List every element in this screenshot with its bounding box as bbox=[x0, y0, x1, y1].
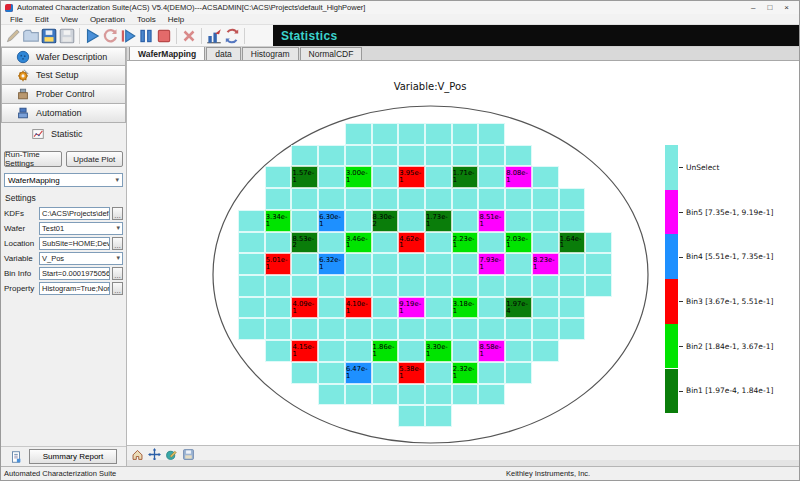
wafer-cell[interactable] bbox=[345, 188, 372, 210]
run-time-settings-button[interactable]: Run-Time Settings bbox=[4, 151, 62, 167]
wafer-cell[interactable] bbox=[425, 145, 452, 167]
sidebar-item-automation[interactable]: Automation bbox=[1, 104, 126, 123]
wafer-cell[interactable]: 3.46e-1 bbox=[345, 232, 372, 254]
wafer-cell[interactable] bbox=[505, 275, 532, 297]
wafer-cell[interactable] bbox=[585, 232, 612, 254]
menu-item-operation[interactable]: Operation bbox=[84, 15, 131, 24]
loop-run-icon[interactable] bbox=[101, 27, 119, 45]
stop-icon[interactable] bbox=[155, 27, 173, 45]
menu-item-tools[interactable]: Tools bbox=[131, 15, 162, 24]
wafer-cell[interactable]: 4.10e-1 bbox=[345, 297, 372, 319]
pencil-icon[interactable] bbox=[4, 27, 22, 45]
wafer-cell[interactable] bbox=[318, 232, 345, 254]
wafer-cell[interactable] bbox=[505, 340, 532, 362]
wafer-cell[interactable]: 3.30e-1 bbox=[425, 340, 452, 362]
wafer-cell[interactable]: 2.03e-1 bbox=[505, 232, 532, 254]
wafer-cell[interactable] bbox=[238, 318, 265, 340]
wafer-cell[interactable] bbox=[505, 318, 532, 340]
wafer-cell[interactable]: 1.73e-1 bbox=[425, 210, 452, 232]
wafer-cell[interactable] bbox=[372, 384, 399, 406]
wafer-cell[interactable] bbox=[345, 275, 372, 297]
wafer-cell[interactable]: 4.62e-1 bbox=[398, 232, 425, 254]
wafer-cell[interactable] bbox=[559, 253, 586, 275]
wafer-cell[interactable]: 8.08e-1 bbox=[505, 166, 532, 188]
chevron-down-icon[interactable]: ▾ bbox=[116, 254, 120, 262]
wafer-cell[interactable]: 3.00e-1 bbox=[345, 166, 372, 188]
wafer-cell[interactable] bbox=[532, 188, 559, 210]
wafer-cell[interactable] bbox=[398, 253, 425, 275]
edit-icon[interactable] bbox=[165, 447, 178, 460]
wafer-cell[interactable] bbox=[452, 275, 479, 297]
wafer-cell[interactable] bbox=[425, 188, 452, 210]
browse-button[interactable]: … bbox=[112, 267, 123, 280]
wafer-cell[interactable] bbox=[238, 210, 265, 232]
wafer-cell[interactable] bbox=[398, 145, 425, 167]
tab-histogram[interactable]: Histogram bbox=[242, 47, 299, 60]
wafer-cell[interactable] bbox=[452, 145, 479, 167]
wafer-cell[interactable] bbox=[398, 405, 425, 427]
wafer-cell[interactable] bbox=[478, 318, 505, 340]
wafer-cell[interactable] bbox=[372, 275, 399, 297]
wafer-cell[interactable] bbox=[398, 318, 425, 340]
wafer-cell[interactable]: 8.30e-2 bbox=[372, 210, 399, 232]
save-icon[interactable] bbox=[40, 27, 58, 45]
maximize-button[interactable]: □ bbox=[767, 4, 772, 12]
field-input-bin-info[interactable]: Start=0.0001975056343 bbox=[39, 267, 110, 280]
wafer-cell[interactable] bbox=[291, 188, 318, 210]
home-icon[interactable] bbox=[131, 447, 144, 460]
chart-icon[interactable] bbox=[205, 27, 223, 45]
wafer-cell[interactable] bbox=[265, 318, 292, 340]
wafer-cell[interactable] bbox=[265, 340, 292, 362]
wafer-cell[interactable]: 6.30e-1 bbox=[318, 210, 345, 232]
wafer-cell[interactable]: 1.64e-1 bbox=[559, 232, 586, 254]
wafer-cell[interactable] bbox=[291, 145, 318, 167]
wafer-cell[interactable] bbox=[398, 384, 425, 406]
wafer-cell[interactable] bbox=[372, 362, 399, 384]
wafer-cell[interactable] bbox=[425, 166, 452, 188]
wafer-cell[interactable]: 3.95e-1 bbox=[398, 166, 425, 188]
browse-button[interactable]: … bbox=[112, 237, 123, 250]
abort-icon[interactable] bbox=[180, 27, 198, 45]
wafer-cell[interactable] bbox=[559, 275, 586, 297]
wafer-cell[interactable] bbox=[318, 297, 345, 319]
browse-button[interactable]: … bbox=[112, 282, 123, 295]
menu-item-view[interactable]: View bbox=[55, 15, 84, 24]
wafer-cell[interactable] bbox=[532, 275, 559, 297]
wafer-cell[interactable] bbox=[532, 210, 559, 232]
wafer-cell[interactable]: 5.01e-1 bbox=[265, 253, 292, 275]
pan-icon[interactable] bbox=[148, 447, 161, 460]
update-plot-button[interactable]: Update Plot bbox=[66, 151, 124, 167]
sidebar-item-test-setup[interactable]: Test Setup bbox=[1, 66, 126, 85]
wafer-cell[interactable] bbox=[532, 318, 559, 340]
wafer-cell[interactable] bbox=[345, 318, 372, 340]
wafer-cell[interactable] bbox=[532, 297, 559, 319]
wafer-cell[interactable] bbox=[478, 166, 505, 188]
wafer-cell[interactable] bbox=[452, 384, 479, 406]
wafer-cell[interactable] bbox=[425, 318, 452, 340]
wafer-cell[interactable] bbox=[372, 123, 399, 145]
wafer-cell[interactable]: 1.86e-1 bbox=[372, 340, 399, 362]
wafer-cell[interactable] bbox=[559, 210, 586, 232]
wafer-cell[interactable] bbox=[559, 297, 586, 319]
wafer-cell[interactable] bbox=[425, 275, 452, 297]
sidebar-item-wafer-description[interactable]: Wafer Description bbox=[1, 47, 126, 66]
refresh-icon[interactable] bbox=[223, 27, 241, 45]
wafer-cell[interactable] bbox=[398, 123, 425, 145]
wafer-cell[interactable] bbox=[505, 188, 532, 210]
wafer-cell[interactable] bbox=[238, 275, 265, 297]
wafer-cell[interactable] bbox=[532, 232, 559, 254]
wafer-cell[interactable] bbox=[265, 232, 292, 254]
wafer-cell[interactable]: 8.23e-1 bbox=[532, 253, 559, 275]
field-input-wafer[interactable]: Test01▾ bbox=[39, 222, 123, 235]
wafer-cell[interactable] bbox=[291, 318, 318, 340]
wafer-cell[interactable] bbox=[478, 275, 505, 297]
wafer-cell[interactable] bbox=[318, 166, 345, 188]
wafer-cell[interactable] bbox=[505, 210, 532, 232]
run-icon[interactable] bbox=[83, 27, 101, 45]
wafer-cell[interactable] bbox=[478, 145, 505, 167]
wafer-cell[interactable] bbox=[425, 297, 452, 319]
wafer-cell[interactable]: 8.51e-1 bbox=[478, 210, 505, 232]
wafer-cell[interactable] bbox=[452, 123, 479, 145]
wafer-cell[interactable] bbox=[398, 188, 425, 210]
wafer-cell[interactable] bbox=[478, 297, 505, 319]
